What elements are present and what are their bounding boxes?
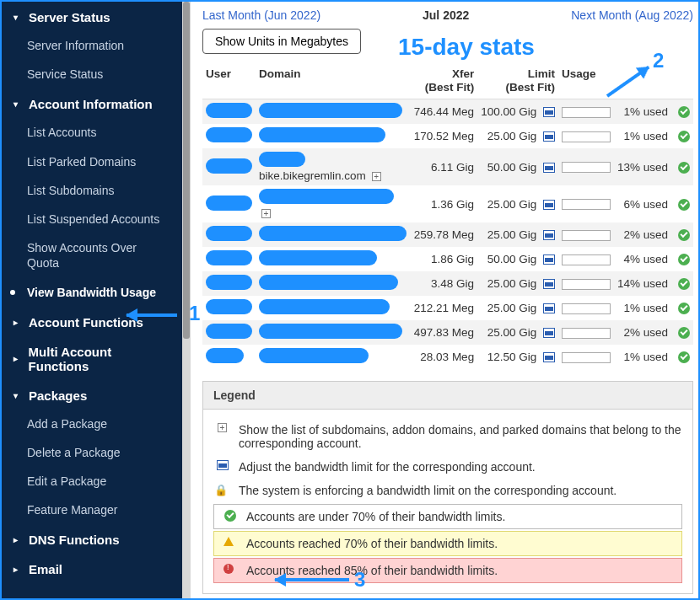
xfer-value: 497.83 Meg <box>411 320 477 345</box>
edit-limit-icon[interactable] <box>543 163 555 173</box>
limit-value: 25.00 Gig <box>477 124 558 148</box>
legend-text-ok: Accounts are under 70% of their bandwidt… <box>246 510 505 523</box>
sidebar-item[interactable]: Server Information <box>2 31 182 60</box>
edit-limit-icon[interactable] <box>543 352 555 362</box>
sidebar-item[interactable]: List Subdomains <box>2 176 182 205</box>
sidebar-group-header[interactable]: ▸Multi Account Functions <box>2 336 182 380</box>
month-nav: Last Month (Jun 2022) Jul 2022 Next Mont… <box>202 8 693 22</box>
prev-month-link[interactable]: Last Month (Jun 2022) <box>202 8 320 22</box>
table-row: 170.52 Meg 25.00 Gig 1% used <box>202 124 693 148</box>
limit-value: 50.00 Gig <box>477 148 558 185</box>
col-user[interactable]: User <box>202 62 256 99</box>
redacted-domain <box>259 250 377 265</box>
redacted-user <box>206 127 252 142</box>
expand-icon[interactable]: + <box>261 209 271 218</box>
sidebar-item[interactable]: Edit a Package <box>2 467 182 496</box>
col-limit[interactable]: Limit(Best Fit) <box>477 62 558 99</box>
xfer-value: 170.52 Meg <box>411 124 477 148</box>
main-content: Last Month (Jun 2022) Jul 2022 Next Mont… <box>191 2 698 598</box>
toggle-units-button[interactable]: Show Units in Megabytes <box>202 29 361 54</box>
sidebar-group-header[interactable]: ▸Email <box>2 554 182 583</box>
edit-limit-icon[interactable] <box>543 254 555 265</box>
table-row: 497.83 Meg 25.00 Gig 2% used <box>202 320 693 345</box>
bandwidth-table: User Domain Xfer(Best Fit) Limit(Best Fi… <box>202 62 693 369</box>
expand-icon: + <box>218 423 227 432</box>
xfer-value: 1.86 Gig <box>411 247 477 271</box>
edit-limit-icon[interactable] <box>543 303 555 313</box>
limit-value: 25.00 Gig <box>477 185 558 222</box>
edit-icon <box>217 460 229 470</box>
usage-pct: 1% used <box>614 345 671 369</box>
ok-icon <box>678 131 690 142</box>
limit-value: 25.00 Gig <box>477 271 558 296</box>
sidebar-item[interactable]: Service Status <box>2 60 182 88</box>
usage-pct: 1% used <box>614 99 671 125</box>
col-domain[interactable]: Domain <box>256 62 411 99</box>
ok-icon <box>224 510 236 522</box>
edit-limit-icon[interactable] <box>543 328 555 338</box>
edit-limit-icon[interactable] <box>543 200 555 210</box>
usage-pct: 2% used <box>614 222 671 247</box>
sidebar-nav: ▾Server StatusServer InformationService … <box>2 2 182 598</box>
legend-row-warn70: Accounts reached 70% of their bandwidth … <box>213 531 682 556</box>
col-usage[interactable]: Usage <box>558 62 671 99</box>
usage-bar <box>562 328 611 339</box>
legend-row-adjust: Adjust the bandwidth limit for the corre… <box>213 455 682 479</box>
col-xfer[interactable]: Xfer(Best Fit) <box>411 62 477 99</box>
ok-icon <box>678 162 690 174</box>
redacted-user <box>206 275 252 290</box>
ok-icon <box>678 254 690 265</box>
legend-title: Legend <box>203 382 692 410</box>
edit-limit-icon[interactable] <box>543 131 555 142</box>
table-row: 746.44 Meg 100.00 Gig 1% used <box>202 99 693 125</box>
sidebar-group-header[interactable]: ▸DNS Functions <box>2 524 182 554</box>
usage-bar <box>562 254 611 265</box>
redacted-domain <box>259 103 402 118</box>
ok-icon <box>678 351 690 363</box>
sidebar-item[interactable]: Add a Package <box>2 410 182 438</box>
sidebar-item-active[interactable]: View Bandwidth Usage <box>2 278 182 307</box>
xfer-value: 259.78 Meg <box>411 222 477 247</box>
edit-limit-icon[interactable] <box>543 107 555 117</box>
current-month-label: Jul 2022 <box>423 8 469 22</box>
warning-icon <box>223 537 234 546</box>
redacted-user <box>206 103 252 118</box>
table-row: 3.48 Gig 25.00 Gig 14% used <box>202 271 693 296</box>
sidebar-group-header[interactable]: ▸Account Functions <box>2 307 182 336</box>
redacted-domain <box>259 348 369 363</box>
redacted-user <box>206 324 252 339</box>
usage-bar <box>562 230 611 241</box>
sidebar-group-header[interactable]: ▾Server Status <box>2 2 182 31</box>
sidebar-scrollbar-thumb[interactable] <box>183 2 190 339</box>
ok-icon <box>678 106 690 118</box>
legend-row-ok: Accounts are under 70% of their bandwidt… <box>213 504 682 529</box>
next-month-link[interactable]: Next Month (Aug 2022) <box>571 8 693 22</box>
usage-bar <box>562 162 611 173</box>
redacted-domain <box>259 324 402 339</box>
sidebar-item[interactable]: Show Accounts Over Quota <box>2 233 182 277</box>
sidebar-item[interactable]: Feature Manager <box>2 496 182 524</box>
usage-pct: 4% used <box>614 247 671 271</box>
sidebar-scrollbar-track[interactable] <box>182 2 191 598</box>
sidebar-group-header[interactable]: ▾Account Information <box>2 88 182 118</box>
sidebar-item[interactable]: Delete a Package <box>2 438 182 467</box>
limit-value: 12.50 Gig <box>477 345 558 369</box>
critical-icon <box>223 564 234 574</box>
legend-box: Legend + Show the list of subdomains, ad… <box>202 381 693 594</box>
edit-limit-icon[interactable] <box>543 230 555 240</box>
sidebar-group-header[interactable]: ▾Packages <box>2 380 182 410</box>
ok-icon <box>678 199 690 211</box>
redacted-domain <box>259 127 385 142</box>
table-row: 28.03 Meg 12.50 Gig 1% used <box>202 345 693 369</box>
legend-row-expand: + Show the list of subdomains, addon dom… <box>213 418 682 455</box>
expand-icon[interactable]: + <box>372 172 381 181</box>
usage-pct: 6% used <box>614 185 671 222</box>
redacted-domain <box>259 226 407 241</box>
sidebar-item[interactable]: List Accounts <box>2 118 182 147</box>
edit-limit-icon[interactable] <box>543 279 555 289</box>
ok-icon <box>678 278 690 290</box>
usage-bar <box>562 131 611 142</box>
sidebar-item[interactable]: List Suspended Accounts <box>2 205 182 233</box>
limit-value: 100.00 Gig <box>477 99 558 125</box>
sidebar-item[interactable]: List Parked Domains <box>2 147 182 176</box>
